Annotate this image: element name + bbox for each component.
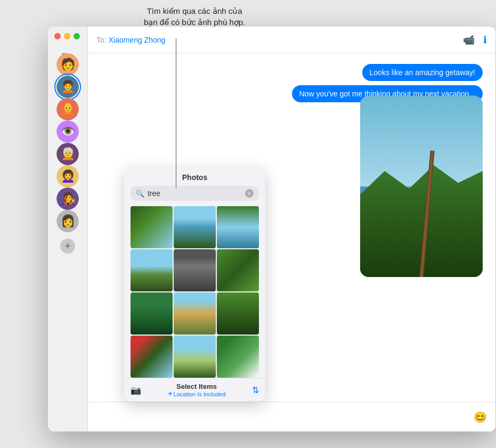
photo-thumbnail-th9[interactable]: [217, 292, 259, 335]
search-clear-button[interactable]: ×: [245, 189, 254, 198]
photo-thumbnail-th5[interactable]: [174, 249, 216, 291]
minimize-button[interactable]: [64, 33, 70, 39]
sidebar: ✏ 🧑🧑‍🦱🧑‍🦲👁️🧑‍🦳👩‍🦱🧑‍🎤👩 +: [48, 27, 88, 431]
thumb-image-th12: [217, 336, 259, 378]
photo-inner: [360, 96, 483, 277]
photo-thumbnail-th12[interactable]: [217, 336, 259, 378]
sidebar-avatar-av5[interactable]: 🧑‍🦳: [56, 143, 79, 165]
sidebar-avatar-av8[interactable]: 👩: [56, 210, 79, 232]
chat-photo: [360, 96, 483, 277]
avatar-emoji-av3: 🧑‍🦲: [56, 98, 79, 120]
fullscreen-button[interactable]: [74, 33, 80, 39]
thumb-image-th9: [217, 292, 259, 335]
input-bar: 😊: [88, 402, 495, 431]
thumb-image-th2: [174, 206, 216, 248]
photo-thumbnail-th11[interactable]: [174, 336, 216, 378]
bubble-row-1: Looks like an amazing getaway!: [101, 64, 483, 81]
avatar-emoji-av8: 👩: [56, 210, 79, 232]
header-actions: 📹 ℹ: [463, 34, 487, 46]
avatar-emoji-av1: 🧑: [56, 53, 79, 76]
photos-bottom-bar: 📷 Select Items ✈ Location Is Included ⇅: [124, 378, 265, 402]
photo-thumbnail-th1[interactable]: [131, 206, 173, 248]
photos-popup-title: Photos: [124, 167, 265, 186]
annotation-text: Tìm kiếm qua các ảnh của bạn để có bức ả…: [144, 5, 245, 28]
thumb-image-th6: [217, 249, 259, 291]
recipient-name[interactable]: Xiaomeng Zhong: [109, 36, 166, 44]
photo-thumbnail-th2[interactable]: [174, 206, 216, 248]
message-header: To: Xiaomeng Zhong 📹 ℹ: [88, 27, 495, 53]
photos-bottom-center: Select Items ✈ Location Is Included: [168, 382, 226, 397]
main-content: To: Xiaomeng Zhong 📹 ℹ Looks like an ama…: [88, 27, 495, 431]
sidebar-avatar-av2[interactable]: 🧑‍🦱: [56, 76, 79, 98]
photo-thumbnail-th10[interactable]: [131, 336, 173, 378]
add-contact-button[interactable]: +: [60, 239, 75, 254]
sidebar-avatar-av4[interactable]: 👁️: [56, 120, 79, 143]
photo-thumbnail-th7[interactable]: [131, 292, 173, 335]
thumb-image-th5: [174, 249, 216, 291]
avatar-emoji-av6: 👩‍🦱: [56, 165, 79, 188]
photos-search-bar: 🔍 ×: [131, 186, 259, 201]
thumb-image-th11: [174, 336, 216, 378]
traffic-lights: [54, 33, 80, 39]
close-button[interactable]: [54, 33, 61, 39]
thumb-image-th10: [131, 336, 173, 378]
avatar-emoji-av4: 👁️: [56, 120, 79, 143]
select-items-label[interactable]: Select Items: [168, 382, 226, 390]
video-call-button[interactable]: 📹: [463, 34, 475, 46]
annotation-line2: bạn để có bức ảnh phù hợp.: [144, 17, 245, 28]
add-icon: +: [65, 241, 71, 252]
sidebar-avatar-av3[interactable]: 🧑‍🦲: [56, 98, 79, 120]
thumb-image-th1: [131, 206, 173, 248]
photo-thumbnail-th8[interactable]: [174, 292, 216, 335]
location-label: ✈ Location Is Included: [168, 390, 226, 397]
annotation-line1: Tìm kiếm qua các ảnh của: [144, 5, 245, 17]
thumb-image-th7: [131, 292, 173, 335]
annotation-line: [176, 38, 176, 188]
avatar-emoji-av2: 🧑‍🦱: [56, 76, 79, 98]
app-window: ✏ 🧑🧑‍🦱🧑‍🦲👁️🧑‍🦳👩‍🦱🧑‍🎤👩 + To: Xiaomeng Zho…: [48, 27, 495, 431]
thumb-image-th8: [174, 292, 216, 335]
avatar-emoji-av5: 🧑‍🦳: [56, 143, 79, 165]
emoji-button[interactable]: 😊: [474, 411, 487, 423]
location-text: Location Is Included: [174, 391, 226, 397]
to-label: To:: [96, 36, 107, 44]
sort-button[interactable]: ⇅: [252, 385, 259, 395]
location-icon: ✈: [168, 390, 173, 397]
thumb-image-th3: [217, 206, 259, 248]
sidebar-avatar-av6[interactable]: 👩‍🦱: [56, 165, 79, 188]
sidebar-avatar-av1[interactable]: 🧑: [56, 53, 79, 76]
camera-icon[interactable]: 📷: [131, 385, 141, 395]
sidebar-avatar-av7[interactable]: 🧑‍🎤: [56, 188, 79, 210]
thumb-image-th4: [131, 249, 173, 291]
photos-popup: Photos 🔍 × 📷 Select Items ✈ Location Is …: [124, 167, 265, 402]
photo-sky: [360, 96, 483, 186]
photo-thumbnail-th4[interactable]: [131, 249, 173, 291]
photos-search-input[interactable]: [148, 189, 242, 198]
info-button[interactable]: ℹ: [483, 34, 487, 46]
search-icon: 🔍: [136, 190, 144, 198]
avatars-list: 🧑🧑‍🦱🧑‍🦲👁️🧑‍🦳👩‍🦱🧑‍🎤👩: [56, 53, 79, 232]
avatar-emoji-av7: 🧑‍🎤: [56, 188, 79, 210]
message-bubble-1: Looks like an amazing getaway!: [362, 64, 483, 81]
photo-thumbnail-th6[interactable]: [217, 249, 259, 291]
photo-thumbnail-th3[interactable]: [217, 206, 259, 248]
photo-grid: [131, 206, 259, 378]
